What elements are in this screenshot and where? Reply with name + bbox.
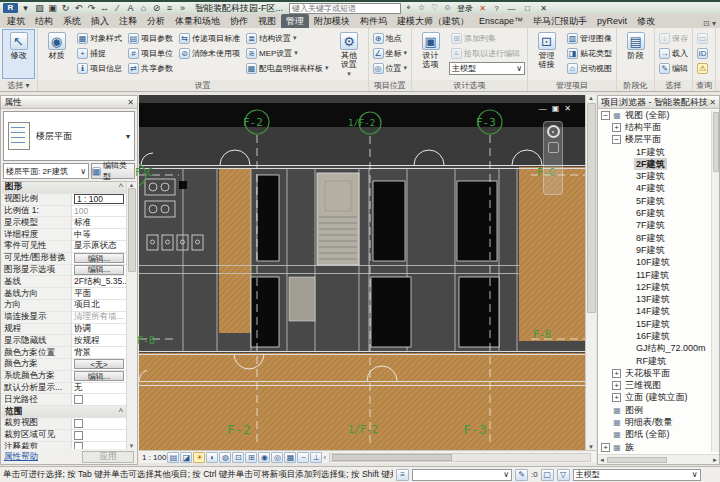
expand-icon[interactable]: +	[612, 393, 621, 402]
apply-button[interactable]: 应用	[82, 451, 134, 463]
design-option-select[interactable]: 主模型∨	[449, 62, 525, 75]
selection-edit-icon[interactable]: ✎编辑	[657, 61, 690, 75]
tree-item-5F建筑[interactable]: 5F建筑	[598, 195, 711, 207]
checkbox[interactable]	[74, 431, 83, 440]
ribbon-panel-title[interactable]: 选择 ▾	[0, 80, 37, 91]
tree-item-GJ结构_72.000m[interactable]: GJ结构_72.000m	[598, 343, 711, 355]
type-selector-arrow-icon[interactable]: ▾	[126, 132, 130, 141]
checkbox[interactable]	[74, 395, 83, 404]
tree-item-图例[interactable]: ▦图例	[598, 404, 711, 416]
panel-schedule-icon[interactable]: ▦配电盘明细表样板▾	[244, 61, 331, 75]
worksets-icon[interactable]: ≡	[396, 469, 409, 481]
signin-avatar-icon[interactable]: ☺	[441, 3, 454, 13]
customize-qat-icon[interactable]: »	[176, 3, 189, 13]
ribbon-state-icon[interactable]: ⊡ ▾	[703, 19, 716, 28]
view-minimize-icon[interactable]: —	[539, 105, 547, 113]
project-units-icon[interactable]: #项目单位	[126, 46, 175, 60]
collapse-icon[interactable]: ^	[116, 407, 126, 417]
measure-icon[interactable]: ↔	[98, 3, 111, 13]
sync-icon[interactable]: ↻	[59, 3, 72, 13]
show-crop-region-icon[interactable]: ⊞	[245, 452, 257, 463]
selection-load-icon[interactable]: →载入	[657, 46, 690, 60]
collapse-icon[interactable]: ^	[116, 182, 126, 192]
property-value[interactable]: 无	[72, 383, 126, 394]
navigation-bar[interactable]	[543, 121, 563, 195]
communication-center-icon[interactable]: ☆	[415, 3, 428, 13]
properties-scrollbar[interactable]: ▲ ▼	[126, 182, 136, 449]
tab-管理[interactable]: 管理	[281, 14, 309, 28]
warnings-icon[interactable]: ⚠	[695, 61, 710, 75]
save-icon[interactable]: ▣	[46, 3, 59, 13]
sun-path-icon[interactable]: ☀	[193, 452, 205, 463]
tab-pyRevit[interactable]: pyRevit	[592, 14, 632, 28]
property-value[interactable]: 按规程	[72, 335, 126, 346]
detail-level-icon[interactable]: ▤	[167, 452, 179, 463]
ids-of-selection-icon[interactable]: ID	[695, 46, 710, 60]
phases-icon[interactable]: ▤阶段	[619, 29, 652, 79]
scrollbar-thumb[interactable]	[128, 188, 136, 272]
property-button[interactable]: <无>	[74, 359, 124, 369]
tab-建筑[interactable]: 建筑	[2, 14, 30, 28]
expand-icon[interactable]: +	[612, 123, 621, 132]
tree-item-结构平面[interactable]: +结构平面	[598, 121, 711, 133]
checkbox[interactable]	[74, 419, 83, 428]
position-icon[interactable]: ◎位置▾	[371, 61, 410, 75]
location-icon[interactable]: ⊕地点	[371, 31, 410, 45]
search-input[interactable]	[289, 3, 401, 14]
tree-item-3F建筑[interactable]: 3F建筑	[598, 170, 711, 182]
decal-types-icon[interactable]: ◨贴花类型	[565, 46, 614, 60]
property-value[interactable]: 2F结构_5.35...	[72, 276, 126, 287]
workset-combo[interactable]: ∨	[412, 469, 512, 481]
property-value[interactable]: 标准	[72, 217, 126, 228]
collapse-icon[interactable]: −	[612, 135, 621, 144]
floor-plan-drawing[interactable]	[139, 95, 585, 450]
tree-item-1F建筑[interactable]: 1F建筑	[598, 146, 711, 158]
project-browser-close-icon[interactable]: ✕	[709, 98, 716, 107]
ribbon-panel-title[interactable]: 阶段化	[617, 80, 654, 91]
ribbon-panel-title[interactable]: 设计选项	[412, 80, 527, 91]
property-button[interactable]: 编辑...	[74, 253, 124, 263]
properties-help-link[interactable]: 属性帮助	[4, 451, 38, 463]
expand-icon[interactable]: +	[612, 381, 621, 390]
collapse-icon[interactable]: ‹	[323, 453, 326, 462]
collapse-icon[interactable]: −	[601, 111, 610, 120]
property-value[interactable]	[72, 442, 126, 449]
property-value[interactable]	[72, 418, 126, 429]
property-value[interactable]: 100	[72, 206, 126, 217]
ribbon-panel-title[interactable]: 选择	[655, 80, 692, 91]
filter-icon[interactable]: ▽	[557, 469, 570, 481]
canvas-vertical-scrollbar[interactable]: ▲ ▼	[585, 95, 596, 450]
tree-item-明细表/数量[interactable]: ▦明细表/数量	[598, 416, 711, 428]
tab-建模大师（建筑）[interactable]: 建模大师（建筑）	[392, 14, 474, 28]
property-value[interactable]: 协调	[72, 324, 126, 335]
property-value[interactable]: 1 : 100	[72, 194, 126, 205]
properties-close-icon[interactable]: ✕	[127, 98, 134, 107]
ribbon-panel-title[interactable]: 设置	[38, 80, 368, 91]
view-restore-icon[interactable]: ▣	[552, 105, 560, 113]
tree-item-6F建筑[interactable]: 6F建筑	[598, 207, 711, 219]
exclude-options-icon[interactable]: ▢	[541, 469, 554, 481]
minimize-button[interactable]: —	[504, 4, 519, 13]
thin-lines-icon[interactable]: ≡	[163, 3, 176, 13]
tree-item-立面 (建筑立面)[interactable]: +立面 (建筑立面)	[598, 392, 711, 404]
tree-item-4F建筑[interactable]: 4F建筑	[598, 183, 711, 195]
tree-item-16F建筑[interactable]: 16F建筑	[598, 330, 711, 342]
tree-item-图纸 (全部)[interactable]: ▦图纸 (全部)	[598, 429, 711, 441]
view-scale-button[interactable]: 1 : 100	[142, 453, 166, 462]
text-icon[interactable]: A	[124, 3, 137, 13]
tab-结构[interactable]: 结构	[30, 14, 58, 28]
mep-settings-icon[interactable]: ≋MEP设置▾	[244, 46, 331, 60]
property-value[interactable]: 项目北	[72, 300, 126, 311]
open-icon[interactable]: ▨	[33, 3, 46, 13]
project-info-icon[interactable]: ℹ项目信息	[75, 61, 124, 75]
cursor-icon[interactable]: ↖修改	[2, 29, 35, 79]
revit-logo[interactable]: R	[3, 3, 18, 13]
starting-view-icon[interactable]: ⌂启动视图	[565, 61, 614, 75]
default-3d-view-icon[interactable]: ⌂	[137, 3, 150, 13]
drawing-area[interactable]: F-21/F-2F-3F-CF-CF-BF-BF-21/F-2F-3 —▣✕ ▲…	[139, 95, 596, 463]
crop-view-icon[interactable]: ⊡	[232, 452, 244, 463]
snaps-icon[interactable]: +捕捉	[75, 46, 124, 60]
app-menu-arrow-icon[interactable]: ▾	[19, 3, 32, 13]
undo-icon[interactable]: ↶	[72, 3, 85, 13]
steering-wheel-icon[interactable]	[547, 125, 560, 138]
